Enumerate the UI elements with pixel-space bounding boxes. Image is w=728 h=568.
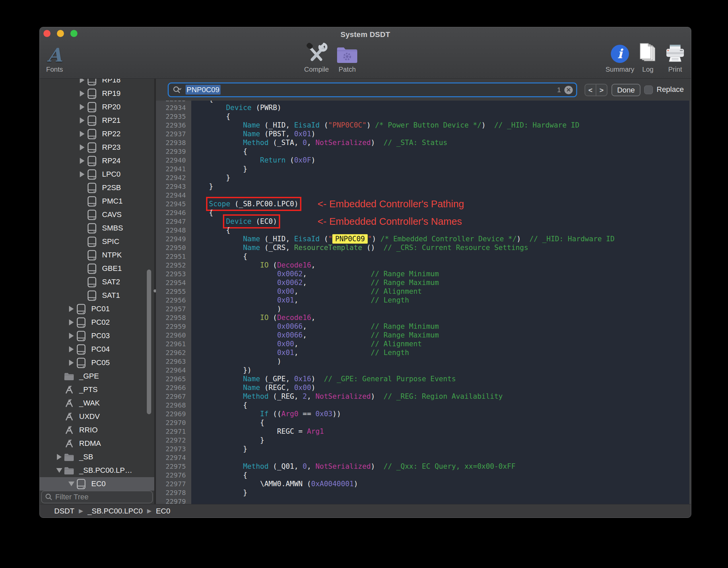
tree-item-label: GBE1 [102, 264, 122, 273]
device-icon [87, 142, 97, 153]
sidebar-item-sat2[interactable]: SAT2 [40, 275, 154, 289]
device-icon [87, 183, 97, 193]
line-number: 22967 [156, 392, 189, 400]
chevron-right-icon[interactable] [80, 158, 85, 164]
annotation-red-box: Scope (_SB.PC00.LPC0) [209, 200, 299, 208]
tree-item-label: _SB.PC00.LP… [79, 466, 132, 475]
sidebar-item-spic[interactable]: SPIC [40, 235, 154, 248]
print-toolbar-button[interactable]: Print [650, 42, 691, 73]
code-line: 22959 0x0066, // Range Minimum [156, 322, 689, 331]
sidebar-scrollbar[interactable] [147, 270, 151, 414]
sidebar-item-cavs[interactable]: CAVS [40, 208, 154, 221]
breadcrumb-item[interactable]: DSDT [54, 507, 74, 516]
find-next-button[interactable]: > [596, 84, 607, 96]
line-number: 22972 [156, 436, 189, 444]
device-icon [76, 479, 87, 489]
line-number: 22942 [156, 174, 189, 182]
sidebar-item-_gpe[interactable]: _GPE [40, 369, 154, 383]
code-line: 22978 } [156, 488, 689, 497]
tree-item-label: PC02 [91, 318, 110, 327]
filter-tree-field[interactable]: Filter Tree [41, 491, 153, 503]
code-line: 22945 Scope (_SB.PC00.LPC0)<- Embedded C… [156, 200, 689, 208]
sidebar-item-rp21[interactable]: RP21 [40, 114, 154, 127]
sidebar-item-pc03[interactable]: PC03 [40, 329, 154, 343]
sidebar-item-rp19[interactable]: RP19 [40, 87, 154, 100]
sidebar-item-rdma[interactable]: RDMA [40, 437, 154, 450]
chevron-right-icon[interactable] [80, 144, 85, 150]
chevron-right-icon[interactable] [69, 306, 74, 312]
sidebar-item-rp24[interactable]: RP24 [40, 154, 154, 168]
breadcrumb-separator-icon: ▶ [79, 507, 83, 514]
chevron-down-icon[interactable] [56, 468, 62, 473]
sidebar-item-rp20[interactable]: RP20 [40, 100, 154, 114]
line-number: 22975 [156, 462, 189, 470]
sidebar-item-gbe1[interactable]: GBE1 [40, 262, 154, 275]
line-number: 22941 [156, 165, 189, 173]
chevron-right-icon[interactable] [80, 104, 85, 110]
sidebar-item-_sbpc00lp[interactable]: _SB.PC00.LP… [40, 464, 154, 477]
device-icon [87, 156, 97, 166]
tree-item-label: PC01 [91, 305, 110, 313]
code-line: 22933 { [156, 101, 689, 103]
chevron-right-icon[interactable] [80, 131, 85, 137]
chevron-right-icon[interactable] [57, 454, 62, 460]
line-number: 22966 [156, 384, 189, 392]
code-line: 22938 Method (_STA, 0, NotSerialized) //… [156, 138, 689, 147]
chevron-right-icon[interactable] [69, 333, 74, 339]
code-line: 22961 0x00, // Alignment [156, 340, 689, 348]
sidebar-item-pc02[interactable]: PC02 [40, 316, 154, 329]
search-query: PNP0C09 [186, 85, 221, 94]
sidebar-item-sat1[interactable]: SAT1 [40, 289, 154, 302]
line-number: 22963 [156, 357, 189, 365]
line-number: 22947 [156, 217, 189, 225]
chevron-right-icon[interactable] [80, 117, 85, 123]
sidebar-item-ntpk[interactable]: NTPK [40, 248, 154, 262]
find-previous-button[interactable]: < [585, 84, 596, 96]
chevron-right-icon[interactable] [69, 360, 74, 366]
chevron-right-icon[interactable] [80, 171, 85, 177]
sidebar-item-lpc0[interactable]: LPC0 [40, 168, 154, 181]
sidebar-item-pc04[interactable]: PC04 [40, 343, 154, 356]
chevron-right-icon[interactable] [80, 79, 85, 83]
replace-checkbox[interactable] [644, 85, 653, 94]
line-number: 22948 [156, 226, 189, 234]
chevron-right-icon[interactable] [80, 91, 85, 97]
sidebar-item-pmc1[interactable]: PMC1 [40, 194, 154, 208]
tree-item-label: SAT2 [102, 278, 120, 286]
device-icon [87, 169, 97, 180]
patch-toolbar-button[interactable]: Patch [322, 42, 372, 73]
chevron-down-icon[interactable] [68, 482, 74, 486]
tree-item-label: P2SB [102, 183, 121, 192]
sidebar-item-_sb[interactable]: _SB [40, 450, 154, 464]
sidebar-item-rp22[interactable]: RP22 [40, 127, 154, 141]
chevron-right-icon[interactable] [69, 319, 74, 325]
sidebar-item-p2sb[interactable]: P2SB [40, 181, 154, 194]
code-line: 22954 0x0062, // Range Maximum [156, 278, 689, 287]
breadcrumb-separator-icon: ▶ [147, 507, 152, 514]
sidebar-item-pc05[interactable]: PC05 [40, 356, 154, 369]
sidebar-item-rp23[interactable]: RP23 [40, 141, 154, 154]
sidebar-item-pc01[interactable]: PC01 [40, 302, 154, 316]
fonts-toolbar-button[interactable]: AFonts [39, 42, 80, 73]
code-editor[interactable]: 22933 {22934 Device (PWRB)22935 {22936 N… [156, 101, 689, 504]
sidebar-item-uxdv[interactable]: UXDV [40, 410, 154, 423]
chevron-right-icon[interactable] [69, 346, 74, 352]
line-number: 22951 [156, 252, 189, 260]
sidebar-item-rrio[interactable]: RRIO [40, 423, 154, 437]
tree-item-label: UXDV [79, 412, 100, 421]
done-button[interactable]: Done [611, 84, 640, 96]
clear-search-icon[interactable]: ✕ [564, 86, 573, 94]
tree-item-label: RP21 [102, 116, 121, 125]
sidebar-item-smbs[interactable]: SMBS [40, 221, 154, 235]
device-icon [87, 290, 97, 301]
sidebar-item-ec0[interactable]: EC0 [40, 477, 154, 491]
sidebar-item-rp18[interactable]: RP18 [40, 79, 154, 87]
code-line: 22941 } [156, 165, 689, 173]
sidebar-item-_wak[interactable]: _WAK [40, 396, 154, 410]
breadcrumb-item[interactable]: EC0 [156, 507, 170, 516]
sidebar-item-_pts[interactable]: _PTS [40, 383, 154, 396]
line-number: 22952 [156, 261, 189, 269]
breadcrumb-item[interactable]: _SB.PC00.LPC0 [88, 507, 143, 516]
search-input[interactable]: PNP0C09 1 ✕ [168, 82, 577, 97]
search-menu-icon[interactable] [173, 86, 183, 94]
